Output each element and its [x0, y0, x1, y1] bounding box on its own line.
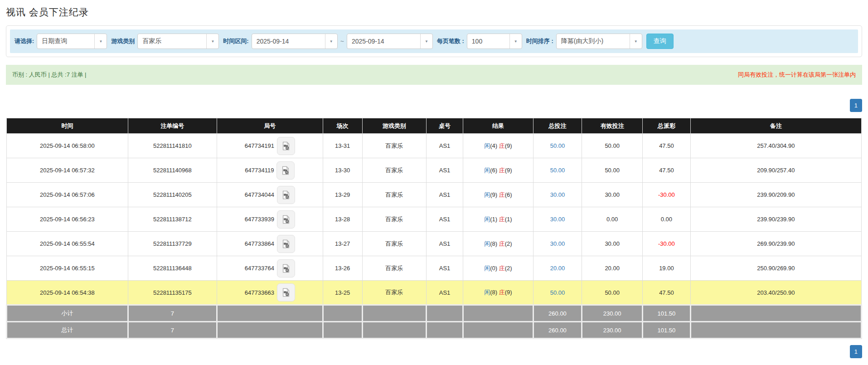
cell-game-type: 百家乐 — [362, 158, 426, 183]
header-valid-bet: 有效投注 — [582, 118, 643, 134]
cell-bet-id: 522811135175 — [128, 281, 217, 305]
cell-remark: 250.90/269.90 — [690, 256, 861, 281]
cell-time: 2025-09-14 06:57:32 — [7, 158, 128, 183]
cell-game-type: 百家乐 — [362, 256, 426, 281]
cell-bet-id: 522811136448 — [128, 256, 217, 281]
mode-label: 请选择: — [15, 37, 34, 45]
total-payout: 101.50 — [643, 322, 691, 339]
cell-total-bet: 50.00 — [533, 281, 582, 305]
cell-bet-id: 522811140205 — [128, 183, 217, 207]
cell-table-no: AS1 — [426, 256, 463, 281]
table-row[interactable]: 2025-09-14 06:58:00 522811141810 6477341… — [7, 134, 862, 158]
video-replay-button[interactable] — [277, 210, 295, 229]
cell-round-id: 647734119 — [217, 158, 323, 183]
total-bet-link[interactable]: 30.00 — [550, 240, 565, 247]
page-button-1[interactable]: 1 — [850, 99, 862, 112]
cell-payout: -30.00 — [643, 183, 691, 207]
cell-session: 13-28 — [323, 207, 362, 232]
table-row[interactable]: 2025-09-14 06:55:15 522811136448 6477337… — [7, 256, 862, 281]
cell-time: 2025-09-14 06:56:23 — [7, 207, 128, 232]
game-type-select-value: 百家乐 — [138, 37, 206, 45]
video-replay-button[interactable] — [277, 137, 295, 155]
video-replay-button[interactable] — [277, 235, 295, 253]
video-icon — [281, 214, 291, 224]
cell-time: 2025-09-14 06:57:06 — [7, 183, 128, 207]
game-type-select[interactable]: 百家乐 ▼ — [137, 34, 219, 49]
bet-records-table: 时间 注单编号 局号 场次 游戏类别 桌号 结果 总投注 有效投注 总派彩 备注… — [6, 118, 862, 339]
summary-warning-note: 同局有效投注，统一计算在该局第一张注单内 — [738, 71, 856, 79]
cell-remark: 239.90/239.90 — [690, 207, 861, 232]
cell-remark: 239.90/209.90 — [690, 183, 861, 207]
subtotal-payout: 101.50 — [643, 305, 691, 322]
header-time: 时间 — [7, 118, 128, 134]
table-body: 2025-09-14 06:58:00 522811141810 6477341… — [7, 134, 862, 305]
cell-session: 13-26 — [323, 256, 362, 281]
cell-valid-bet: 50.00 — [582, 158, 643, 183]
header-total-bet: 总投注 — [533, 118, 582, 134]
cell-total-bet: 20.00 — [533, 256, 582, 281]
mode-select[interactable]: 日期查询 ▼ — [37, 34, 107, 49]
cell-round-id: 647733663 — [217, 281, 323, 305]
total-valid-bet: 230.00 — [582, 322, 643, 339]
header-table-no: 桌号 — [426, 118, 463, 134]
video-replay-button[interactable] — [277, 259, 295, 277]
range-separator: ~ — [340, 38, 344, 45]
game-type-label: 游戏类别 — [111, 37, 135, 45]
cell-round-id: 647734191 — [217, 134, 323, 158]
cell-table-no: AS1 — [426, 183, 463, 207]
time-sort-label: 时间排序 : — [526, 37, 553, 45]
subtotal-label: 小计 — [7, 305, 128, 322]
total-count: 7 — [128, 322, 217, 339]
search-button[interactable]: 查询 — [646, 34, 674, 49]
time-sort-value: 降冪(由大到小) — [557, 37, 630, 45]
total-row: 总计 7 260.00 230.00 101.50 — [7, 322, 862, 339]
video-icon — [281, 165, 291, 175]
video-replay-button[interactable] — [276, 161, 295, 180]
cell-valid-bet: 20.00 — [582, 256, 643, 281]
cell-bet-id: 522811138712 — [128, 207, 217, 232]
page-size-select[interactable]: 100 ▼ — [467, 34, 522, 49]
cell-table-no: AS1 — [426, 134, 463, 158]
chevron-down-icon: ▼ — [206, 34, 218, 49]
date-from-select[interactable]: 2025-09-14 ▼ — [252, 34, 338, 49]
cell-bet-id: 522811137729 — [128, 232, 217, 256]
cell-result: 闲(4) 庄(9) — [463, 134, 533, 158]
table-row[interactable]: 2025-09-14 06:57:06 522811140205 6477340… — [7, 183, 862, 207]
chevron-down-icon: ▼ — [325, 34, 337, 49]
total-bet-link[interactable]: 50.00 — [550, 142, 565, 149]
total-bet-link[interactable]: 30.00 — [550, 191, 565, 198]
date-to-value: 2025-09-14 — [347, 38, 420, 45]
filter-bar: 请选择: 日期查询 ▼ 游戏类别 百家乐 ▼ 时间区间: 2025-09-14 … — [10, 29, 858, 53]
cell-payout: 47.50 — [643, 158, 691, 183]
table-row[interactable]: 2025-09-14 06:55:54 522811137729 6477338… — [7, 232, 862, 256]
total-bet-link[interactable]: 30.00 — [550, 216, 565, 223]
cell-result: 闲(9) 庄(6) — [463, 183, 533, 207]
header-bet-id: 注单编号 — [128, 118, 217, 134]
cell-valid-bet: 30.00 — [582, 183, 643, 207]
header-game-type: 游戏类别 — [362, 118, 426, 134]
video-replay-button[interactable] — [277, 283, 295, 302]
total-bet-link[interactable]: 50.00 — [550, 289, 565, 296]
total-bet-link[interactable]: 50.00 — [550, 167, 565, 174]
date-to-select[interactable]: 2025-09-14 ▼ — [347, 34, 433, 49]
cell-result: 闲(8) 庄(9) — [463, 281, 533, 305]
table-row[interactable]: 2025-09-14 06:57:32 522811140968 6477341… — [7, 158, 862, 183]
filter-panel: 请选择: 日期查询 ▼ 游戏类别 百家乐 ▼ 时间区间: 2025-09-14 … — [6, 25, 862, 57]
cell-round-id: 647734044 — [217, 183, 323, 207]
date-from-value: 2025-09-14 — [252, 38, 325, 45]
cell-time: 2025-09-14 06:55:15 — [7, 256, 128, 281]
subtotal-total-bet: 260.00 — [533, 305, 582, 322]
summary-bar: 币别 : 人民币 | 总共 :7 注单 | 同局有效投注，统一计算在该局第一张注… — [6, 65, 862, 85]
video-replay-button[interactable] — [277, 186, 295, 204]
time-sort-select[interactable]: 降冪(由大到小) ▼ — [556, 34, 642, 49]
chevron-down-icon: ▼ — [94, 34, 107, 49]
cell-game-type: 百家乐 — [362, 183, 426, 207]
page-button-1[interactable]: 1 — [850, 345, 862, 358]
table-row[interactable]: 2025-09-14 06:56:23 522811138712 6477339… — [7, 207, 862, 232]
total-bet-link[interactable]: 20.00 — [550, 265, 565, 272]
cell-payout: 47.50 — [643, 134, 691, 158]
cell-result: 闲(6) 庄(9) — [463, 158, 533, 183]
table-header-row: 时间 注单编号 局号 场次 游戏类别 桌号 结果 总投注 有效投注 总派彩 备注 — [7, 118, 862, 134]
table-row[interactable]: 2025-09-14 06:54:38 522811135175 6477336… — [7, 281, 862, 305]
cell-valid-bet: 50.00 — [582, 281, 643, 305]
